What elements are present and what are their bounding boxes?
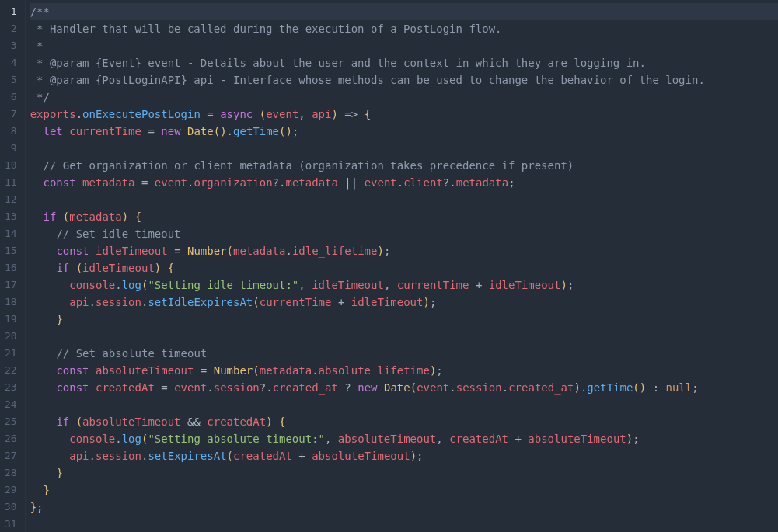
code-token: async [220,108,253,120]
code-area[interactable]: /** * Handler that will be called during… [26,0,778,532]
code-token [89,381,96,394]
code-line[interactable]: * [30,37,778,54]
code-token: setIdleExpiresAt [148,296,253,308]
code-token [181,125,187,137]
code-line[interactable] [30,328,778,345]
code-token [56,210,62,223]
code-token: ( [253,296,259,308]
code-token: "Setting idle timeout:" [148,279,298,291]
code-line[interactable]: console.log("Setting absolute timeout:",… [30,430,778,447]
code-token: idle_lifetime [292,245,378,257]
code-line[interactable]: // Set idle timeout [30,225,778,242]
code-line[interactable]: } [30,464,778,482]
code-token: new [358,381,377,394]
code-line[interactable]: const idleTimeout = Number(metadata.idle… [30,242,778,259]
code-token [30,210,44,223]
code-line[interactable] [30,191,778,208]
code-token: Date [187,125,214,137]
code-token: ; [633,433,639,445]
code-line[interactable] [30,516,778,532]
code-line[interactable]: if (absoluteTimeout && createdAt) { [30,413,778,430]
line-number: 24 [5,396,17,413]
code-token: client [403,176,443,189]
code-token: const [56,245,89,257]
code-token [358,108,364,120]
code-line[interactable]: let currentTime = new Date().getTime(); [30,123,778,140]
code-token: ) [410,450,417,462]
code-token: currentTime [69,125,141,137]
code-editor[interactable]: 1234567891011121314151617181920212223242… [0,0,778,532]
code-token: setExpiresAt [148,450,226,462]
code-token [89,364,96,377]
code-token: { [279,416,285,428]
code-token: } [56,313,62,325]
code-line[interactable]: if (metadata) { [30,208,778,225]
line-number: 18 [5,294,17,311]
code-token: idleTimeout [82,262,155,274]
code-line[interactable]: /** [30,3,778,20]
code-token [30,228,57,240]
code-token: . [502,381,508,394]
code-token: { [365,108,371,120]
code-token: metadata [233,245,285,257]
code-token: metadata [260,364,312,377]
code-token [30,262,57,274]
code-line[interactable]: const metadata = event.organization?.met… [30,174,778,191]
line-number: 25 [5,413,17,430]
line-number: 17 [5,276,17,294]
code-token [659,381,665,394]
code-token: created_at [273,381,338,394]
code-line[interactable]: * @param {PostLoginAPI} api - Interface … [30,71,778,89]
code-token: metadata [82,176,134,189]
code-line[interactable] [30,396,778,413]
code-token: { [168,262,174,274]
code-line[interactable]: // Set absolute timeout [30,345,778,362]
code-line[interactable]: } [30,482,778,499]
code-token: if [44,210,57,223]
code-line[interactable]: const absoluteTimeout = Number(metadata.… [30,362,778,379]
code-token: ) [574,381,580,394]
code-token [482,279,488,291]
code-token: idleTimeout [96,245,168,257]
code-token: ? [443,176,449,189]
code-line[interactable]: }; [30,499,778,516]
code-token: api [312,108,331,120]
code-line[interactable]: const createdAt = event.session?.created… [30,379,778,396]
code-token [378,381,384,394]
code-token: const [44,176,76,189]
code-token: ) [626,433,633,445]
code-line[interactable]: if (idleTimeout) { [30,259,778,276]
code-line[interactable]: * Handler that will be called during the… [30,20,778,37]
code-token: = [207,108,213,120]
code-line[interactable]: api.session.setExpiresAt(createdAt + abs… [30,447,778,464]
code-token [181,416,187,428]
line-number: 6 [5,89,17,106]
code-line[interactable]: api.session.setIdleExpiresAt(currentTime… [30,294,778,311]
code-token: absoluteTimeout [338,433,436,445]
code-line[interactable]: } [30,311,778,328]
code-line[interactable]: console.log("Setting idle timeout:", idl… [30,276,778,294]
code-token: . [115,279,121,291]
code-token [30,125,44,137]
code-line[interactable]: * @param {Event} event - Details about t… [30,54,778,71]
code-token: . [312,364,318,377]
code-token: && [187,416,201,428]
code-token: , [325,433,338,445]
code-token: session [456,381,502,394]
code-line[interactable]: // Get organization or client metadata (… [30,157,778,174]
code-token: // Get organization or client metadata (… [44,159,574,172]
line-number: 22 [5,362,17,379]
code-token: ) [266,416,272,428]
code-token: ; [508,176,515,189]
code-token: * Handler that will be called during the… [30,23,502,35]
line-number: 31 [5,516,17,532]
code-token: metadata [456,176,508,189]
code-token: const [56,381,89,394]
code-token: if [56,416,69,428]
code-token: ; [436,364,442,377]
code-line[interactable] [30,140,778,157]
code-line[interactable]: exports.onExecutePostLogin = async (even… [30,106,778,123]
code-line[interactable]: */ [30,89,778,106]
line-number: 29 [5,482,17,499]
code-token: absolute_lifetime [319,364,430,377]
